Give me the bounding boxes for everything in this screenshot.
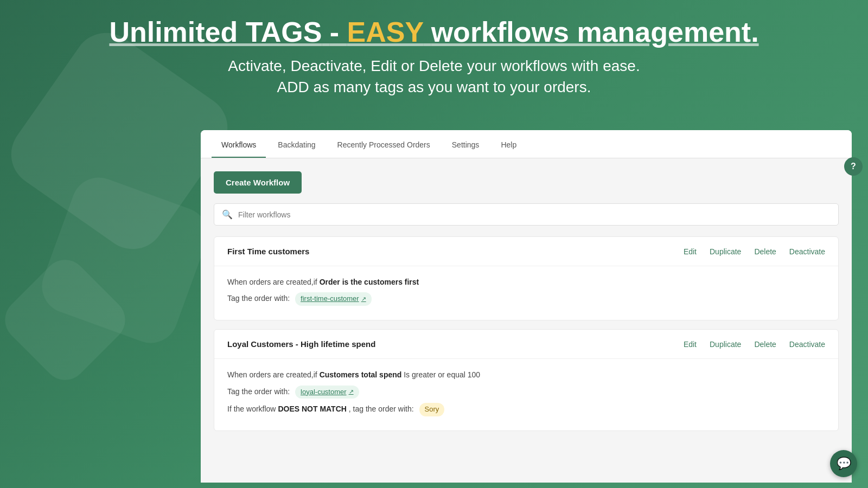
workflow-header-1: First Time customers Edit Duplicate Dele…	[214, 237, 838, 266]
hero-title-part2: workflows management.	[431, 16, 759, 48]
workflow-edit-1[interactable]: Edit	[684, 247, 697, 256]
workflow-rule-suffix-2: Is greater or equal 100	[404, 370, 480, 379]
workflow-deactivate-2[interactable]: Deactivate	[789, 340, 825, 349]
external-link-icon-2: ↗	[349, 387, 354, 397]
tab-bar: Workflows Backdating Recently Processed …	[201, 130, 852, 158]
workflow-header-2: Loyal Customers - High lifetime spend Ed…	[214, 330, 838, 359]
hero-title: Unlimited TAGS - EASY workflows manageme…	[33, 16, 835, 49]
search-bar: 🔍	[214, 203, 839, 226]
workflow-delete-2[interactable]: Delete	[754, 340, 776, 349]
workflow-no-match-suffix: , tag the order with:	[349, 404, 414, 413]
tab-settings[interactable]: Settings	[442, 133, 489, 158]
workflow-rule-2: When orders are created,if Customers tot…	[227, 369, 825, 381]
workflow-title-1: First Time customers	[227, 247, 309, 256]
workflow-delete-1[interactable]: Delete	[754, 247, 776, 256]
chat-icon: 💬	[837, 457, 851, 471]
tab-backdating[interactable]: Backdating	[268, 133, 325, 158]
workflow-tag-row-1: Tag the order with: first-time-customer …	[227, 292, 825, 306]
workflow-body-1: When orders are created,if Order is the …	[214, 266, 838, 320]
hero-title-part1: Unlimited TAGS	[109, 16, 322, 48]
workflow-duplicate-1[interactable]: Duplicate	[710, 247, 741, 256]
search-input[interactable]	[238, 210, 831, 219]
workflow-rule-condition-1: Order is the customers first	[320, 278, 419, 286]
search-icon: 🔍	[222, 209, 233, 220]
workflow-card-1: First Time customers Edit Duplicate Dele…	[214, 236, 839, 320]
workflow-rule-prefix-2: When orders are created,if	[227, 370, 320, 379]
hero-title-easy: EASY	[347, 16, 424, 48]
workflow-tag-label-1: first-time-customer	[301, 293, 359, 305]
hero-subtitle-line1: Activate, Deactivate, Edit or Delete you…	[33, 55, 835, 76]
workflow-tag-badge-1[interactable]: first-time-customer ↗	[295, 292, 372, 306]
workflow-tag-prefix-1: Tag the order with:	[227, 294, 290, 303]
hero-subtitle-line2: ADD as many tags as you want to your ord…	[33, 76, 835, 98]
workflow-tag-label-2: loyal-customer	[301, 387, 347, 398]
workflow-body-2: When orders are created,if Customers tot…	[214, 359, 838, 431]
workflow-tag-prefix-2: Tag the order with:	[227, 387, 290, 396]
workflow-tag-badge-2[interactable]: loyal-customer ↗	[295, 386, 359, 399]
workflow-no-match-bold: DOES NOT MATCH	[278, 404, 347, 413]
workflow-tag-row-2: Tag the order with: loyal-customer ↗	[227, 386, 825, 399]
chat-button[interactable]: 💬	[830, 450, 857, 477]
workflow-deactivate-1[interactable]: Deactivate	[789, 247, 825, 256]
workflow-rule-condition-2: Customers total spend	[320, 370, 402, 379]
tab-recently-processed-orders[interactable]: Recently Processed Orders	[328, 133, 440, 158]
workflow-actions-2: Edit Duplicate Delete Deactivate	[684, 340, 825, 349]
workflow-card-2: Loyal Customers - High lifetime spend Ed…	[214, 329, 839, 431]
tab-help[interactable]: Help	[491, 133, 526, 158]
workflow-no-match-prefix: If the workflow	[227, 404, 278, 413]
create-workflow-button[interactable]: Create Workflow	[214, 171, 302, 194]
workflow-rule-prefix-1: When orders are created,if	[227, 278, 320, 286]
tab-workflows[interactable]: Workflows	[212, 133, 266, 158]
workflow-actions-1: Edit Duplicate Delete Deactivate	[684, 247, 825, 256]
workflow-rule-1: When orders are created,if Order is the …	[227, 276, 825, 288]
hero-title-separator: -	[330, 16, 347, 48]
workflow-title-2: Loyal Customers - High lifetime spend	[227, 339, 375, 349]
workflow-no-match-row: If the workflow DOES NOT MATCH , tag the…	[227, 403, 825, 416]
workflow-tag-badge-yellow: Sory	[419, 403, 445, 416]
help-button[interactable]: ?	[844, 157, 863, 176]
hero-section: Unlimited TAGS - EASY workflows manageme…	[0, 0, 868, 98]
app-panel: Workflows Backdating Recently Processed …	[201, 130, 852, 483]
main-content: Create Workflow 🔍 First Time customers E…	[201, 158, 852, 483]
external-link-icon-1: ↗	[361, 294, 366, 304]
workflow-duplicate-2[interactable]: Duplicate	[710, 340, 741, 349]
workflow-tag-label-yellow: Sory	[425, 404, 439, 415]
workflow-edit-2[interactable]: Edit	[684, 340, 697, 349]
